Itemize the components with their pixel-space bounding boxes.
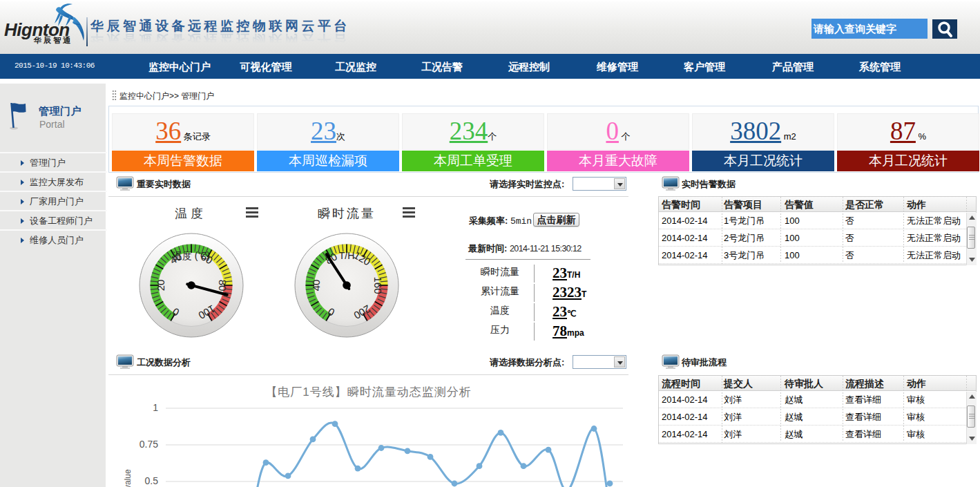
svg-text:80: 80 bbox=[217, 280, 229, 292]
svg-text:0.5: 0.5 bbox=[145, 475, 159, 486]
svg-text:T/H: T/H bbox=[339, 250, 355, 261]
svg-text:40: 40 bbox=[310, 280, 322, 292]
svg-text:1: 1 bbox=[153, 402, 158, 413]
svg-text:value: value bbox=[123, 469, 133, 487]
svg-text:20: 20 bbox=[155, 280, 166, 292]
svg-text:0.75: 0.75 bbox=[140, 439, 158, 450]
svg-text:160: 160 bbox=[372, 276, 384, 294]
svg-text:温度 (℃): 温度 (℃) bbox=[172, 250, 210, 261]
